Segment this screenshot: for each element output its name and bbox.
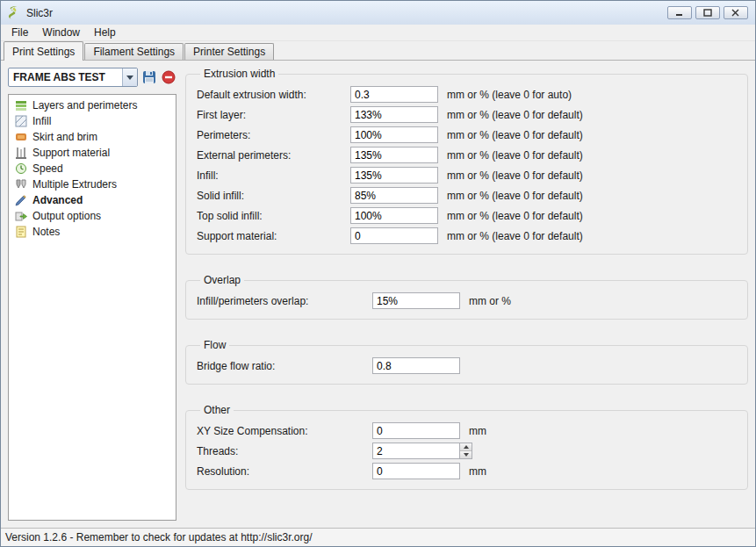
close-button[interactable] — [724, 6, 748, 19]
setting-suffix: mm or % (leave 0 for default) — [447, 149, 583, 162]
infill-icon — [14, 114, 28, 128]
support-material-input[interactable] — [350, 227, 438, 244]
setting-label: Bridge flow ratio: — [197, 360, 372, 372]
tree-item-layers-and-perimeters[interactable]: Layers and perimeters — [11, 97, 174, 113]
setting-suffix: mm or % (leave 0 for default) — [447, 210, 583, 222]
setting-label: Solid infill: — [197, 190, 350, 202]
threads-input[interactable] — [372, 443, 460, 459]
menu-file[interactable]: File — [4, 25, 35, 40]
left-panel: FRAME ABS TEST — [8, 68, 176, 521]
tree-item-notes[interactable]: Notes — [11, 224, 174, 240]
perimeters-input[interactable] — [350, 126, 438, 143]
setting-label: Perimeters: — [197, 129, 350, 141]
stepper-up-button[interactable] — [460, 443, 472, 450]
tree-item-infill[interactable]: Infill — [11, 113, 174, 129]
tab-print-settings[interactable]: Print Settings — [4, 41, 83, 61]
chevron-down-icon — [464, 453, 469, 457]
minimize-icon — [675, 9, 684, 17]
skirt-icon — [14, 130, 28, 144]
setting-row: Support material: mm or % (leave 0 for d… — [197, 226, 737, 246]
menubar: File Window Help — [1, 25, 755, 41]
save-icon — [142, 70, 156, 84]
setting-row: XY Size Compensation: mm — [197, 421, 737, 441]
setting-row: Bridge flow ratio: — [197, 356, 737, 376]
titlebar: Slic3r — [1, 1, 755, 25]
tree-item-label: Speed — [32, 162, 63, 175]
support-material-icon — [14, 146, 28, 160]
infill-perimeters-overlap-input[interactable] — [372, 292, 460, 309]
setting-row: Top solid infill: mm or % (leave 0 for d… — [197, 205, 737, 226]
xy-size-compensation-input[interactable] — [372, 422, 460, 439]
save-preset-button[interactable] — [141, 69, 157, 85]
tree-item-label: Skirt and brim — [32, 131, 97, 143]
setting-suffix: mm or % (leave 0 for default) — [447, 230, 583, 242]
solid-infill-input[interactable] — [350, 187, 438, 204]
maximize-button[interactable] — [695, 6, 720, 19]
setting-label: Support material: — [197, 230, 350, 242]
resolution-input[interactable] — [372, 463, 460, 479]
setting-label: Default extrusion width: — [197, 89, 350, 101]
setting-suffix: mm or % (leave 0 for auto) — [447, 89, 572, 101]
settings-tree: Layers and perimeters Infill Skirt and b… — [8, 94, 176, 521]
setting-row: First layer: mm or % (leave 0 for defaul… — [197, 104, 737, 125]
minimize-button[interactable] — [667, 6, 692, 19]
tree-item-label: Support material — [32, 147, 110, 159]
group-title: Flow — [200, 339, 229, 351]
tree-item-speed[interactable]: Speed — [11, 161, 174, 176]
window-controls — [667, 6, 750, 19]
chevron-down-icon[interactable] — [122, 68, 137, 86]
slic3r-window: Slic3r File Window Help Print Settings F… — [0, 0, 756, 547]
window-title: Slic3r — [26, 7, 53, 19]
group-extrusion-width: Extrusion width Default extrusion width:… — [185, 68, 748, 255]
setting-suffix: mm or % (leave 0 for default) — [447, 190, 583, 202]
group-other: Other XY Size Compensation: mm Threads: — [185, 404, 748, 490]
setting-label: Infill: — [197, 169, 350, 182]
threads-stepper — [460, 443, 472, 459]
stepper-down-button[interactable] — [460, 450, 472, 458]
setting-row: Perimeters: mm or % (leave 0 for default… — [197, 125, 737, 145]
first-layer-input[interactable] — [350, 106, 438, 123]
setting-suffix: mm — [469, 465, 486, 478]
setting-suffix: mm or % (leave 0 for default) — [447, 109, 583, 121]
setting-label: Infill/perimeters overlap: — [197, 295, 372, 307]
tab-filament-settings[interactable]: Filament Settings — [84, 43, 184, 60]
setting-label: First layer: — [197, 109, 350, 121]
tree-item-label: Advanced — [32, 194, 83, 206]
tree-item-multiple-extruders[interactable]: Multiple Extruders — [11, 176, 174, 192]
setting-label: Top solid infill: — [197, 210, 350, 222]
tree-item-support-material[interactable]: Support material — [11, 145, 174, 161]
setting-row: Infill/perimeters overlap: mm or % — [197, 291, 737, 311]
menu-window[interactable]: Window — [35, 25, 87, 40]
chevron-up-icon — [464, 445, 469, 449]
group-overlap: Overlap Infill/perimeters overlap: mm or… — [185, 274, 748, 320]
slic3r-logo-icon — [6, 5, 22, 21]
top-solid-infill-input[interactable] — [350, 207, 438, 224]
notes-icon — [14, 225, 28, 239]
tree-item-output-options[interactable]: Output options — [11, 208, 174, 224]
infill-input[interactable] — [350, 167, 438, 184]
default-extrusion-width-input[interactable] — [350, 86, 438, 103]
tree-item-advanced[interactable]: Advanced — [11, 192, 174, 208]
tabbar: Print Settings Filament Settings Printer… — [1, 41, 755, 61]
delete-preset-button[interactable] — [161, 69, 176, 85]
menu-help[interactable]: Help — [87, 25, 123, 40]
statusbar: Version 1.2.6 - Remember to check for up… — [1, 528, 755, 546]
setting-label: Threads: — [197, 445, 372, 457]
layers-icon — [14, 98, 28, 112]
advanced-icon — [14, 193, 28, 207]
bridge-flow-ratio-input[interactable] — [372, 357, 460, 374]
external-perimeters-input[interactable] — [350, 147, 438, 163]
preset-dropdown[interactable]: FRAME ABS TEST — [8, 68, 138, 87]
tree-item-label: Infill — [32, 115, 51, 127]
setting-row: Infill: mm or % (leave 0 for default) — [197, 165, 737, 185]
close-icon — [731, 9, 740, 17]
preset-toolbar: FRAME ABS TEST — [8, 68, 176, 87]
tree-item-label: Layers and perimeters — [32, 99, 137, 112]
setting-label: Resolution: — [197, 465, 372, 478]
setting-suffix: mm or % (leave 0 for default) — [447, 169, 583, 182]
setting-row: Threads: — [197, 441, 737, 461]
setting-label: XY Size Compensation: — [197, 425, 372, 437]
tab-printer-settings[interactable]: Printer Settings — [184, 43, 274, 60]
group-title: Extrusion width — [200, 68, 278, 80]
tree-item-skirt-and-brim[interactable]: Skirt and brim — [11, 129, 174, 145]
